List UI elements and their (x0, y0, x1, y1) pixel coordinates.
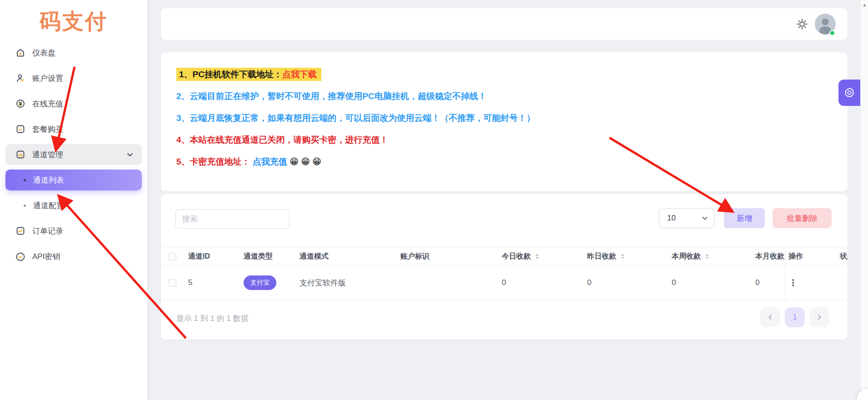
notice-line-5: 5、卡密充值地址： 点我充值 😁 😁 😁 (176, 156, 321, 168)
top-bar (161, 8, 848, 40)
online-status-dot (829, 30, 835, 36)
table-row: 5 支付宝 支付宝软件版 0 0 0 0 ⋮ (161, 266, 848, 300)
theme-toggle-button[interactable] (793, 15, 811, 33)
table-header-row: 通道ID 通道类型 通道模式 账户标识 今日收款▲▼ 昨日收款▲▼ 本周收款▲▼… (161, 247, 848, 266)
table-footer-info: 显示 1 到 1 的 1 数据 (176, 313, 249, 324)
sidebar-item-label: 账户设置 (32, 73, 63, 84)
cell-channel-type: 支付宝 (244, 266, 276, 300)
page-size-value: 10 (667, 214, 676, 223)
cell-today-income: 0 (502, 266, 506, 300)
notice-line-2: 2、云端目前正在维护，暂时不可使用，推荐使用PC电脑挂机，超级稳定不掉线！ (176, 90, 487, 102)
cell-channel-id: 5 (188, 266, 192, 300)
col-channel-mode: 通道模式 (299, 247, 329, 265)
select-all-checkbox[interactable] (169, 253, 176, 260)
package-icon (15, 124, 25, 134)
bar-chart-icon (15, 150, 25, 160)
pagination: 1 (760, 307, 829, 327)
chevron-down-icon (126, 151, 134, 158)
page-scrollbar[interactable]: ▲ ▼ (860, 0, 868, 400)
chevron-left-icon (768, 314, 773, 320)
row-select-cell (169, 266, 176, 300)
grin-emojis: 😁 😁 😁 (289, 157, 321, 166)
sidebar-item-label: 套餐购买 (32, 124, 63, 135)
sidebar-item-channel-management[interactable]: 通道管理 (5, 144, 142, 165)
api-key-icon (15, 251, 25, 261)
channel-table-panel: 10 新增 批量删除 通道ID 通道类型 通道模式 账户标识 今日收款▲▼ 昨日… (161, 194, 848, 340)
corner-float-button (857, 389, 868, 400)
recharge-link[interactable]: 点我充值 (253, 157, 287, 166)
highlighted-notice: 1、PC挂机软件下载地址：点我下载 (176, 68, 321, 81)
sidebar-item-label: 通道管理 (32, 150, 63, 160)
sidebar-menu: 仪表盘 账户设置 在线充值 套餐购买 通道管理 (0, 42, 147, 267)
sidebar-item-label: 仪表盘 (32, 48, 55, 58)
notice-1-text: 1、PC挂机软件下载地址： (179, 70, 282, 79)
settings-fab-button[interactable] (838, 80, 860, 106)
sidebar-item-label: API密钥 (32, 251, 60, 262)
cell-channel-mode: 支付宝软件版 (299, 266, 346, 300)
sidebar-item-label: 通道列表 (33, 175, 64, 185)
sidebar-item-online-recharge[interactable]: 在线充值 (5, 93, 142, 114)
alipay-badge: 支付宝 (244, 275, 276, 290)
recharge-icon (15, 99, 25, 109)
sort-icon[interactable]: ▲▼ (535, 253, 539, 260)
select-all-cell (169, 247, 176, 265)
sidebar-item-channel-config[interactable]: 通道配置 (5, 195, 142, 216)
bullet-dot-icon (24, 179, 26, 181)
col-actions: 操作 (788, 247, 803, 265)
notice-line-1: 1、PC挂机软件下载地址：点我下载 (176, 69, 321, 80)
prev-page-button[interactable] (760, 307, 780, 327)
sidebar-item-label: 在线充值 (32, 99, 63, 109)
sidebar-item-channel-list[interactable]: 通道列表 (5, 170, 142, 190)
app-logo: 码支付 (0, 0, 147, 36)
col-yesterday-income[interactable]: 昨日收款▲▼ (587, 247, 624, 265)
col-clipped: 状态 (840, 247, 848, 265)
page-size-select[interactable]: 10 (659, 208, 715, 228)
gear-icon (843, 86, 856, 99)
sun-icon (796, 18, 808, 30)
col-week-income[interactable]: 本周收款▲▼ (672, 247, 709, 265)
col-channel-id: 通道ID (188, 247, 210, 265)
user-settings-icon (15, 73, 25, 83)
notice-line-3: 3、云端月底恢复正常，如果有想用云端的，可以后面改为使用云端！（不推荐，可能封号… (176, 112, 535, 124)
download-link[interactable]: 点我下载 (282, 70, 317, 79)
sidebar-item-api-key[interactable]: API密钥 (5, 246, 142, 267)
col-channel-type: 通道类型 (244, 247, 273, 265)
kebab-menu-icon[interactable]: ⋮ (788, 277, 798, 288)
sidebar-item-account-settings[interactable]: 账户设置 (5, 68, 142, 89)
chevron-down-icon (702, 215, 708, 221)
dashboard-icon (15, 48, 25, 58)
page-1-button[interactable]: 1 (785, 307, 805, 327)
notice-line-4: 4、本站在线充值通道已关闭，请购买卡密，进行充值！ (176, 134, 389, 146)
sticky-column-divider (785, 247, 785, 300)
sidebar: 码支付 仪表盘 账户设置 在线充值 套餐购买 (0, 0, 147, 400)
scroll-up-icon[interactable]: ▲ (861, 2, 868, 7)
col-today-income[interactable]: 今日收款▲▼ (502, 247, 539, 265)
sidebar-item-package-purchase[interactable]: 套餐购买 (5, 119, 142, 140)
col-account-id: 账户标识 (400, 247, 429, 265)
next-page-button[interactable] (809, 307, 829, 327)
search-input[interactable] (175, 209, 289, 229)
trend-chart-icon (15, 226, 25, 236)
sidebar-item-dashboard[interactable]: 仪表盘 (5, 42, 142, 63)
bullet-dot-icon (24, 205, 26, 207)
row-checkbox[interactable] (169, 279, 176, 287)
cell-week-income: 0 (672, 266, 676, 300)
chevron-right-icon (817, 314, 822, 320)
add-button[interactable]: 新增 (724, 208, 765, 228)
cell-month-income: 0 (755, 266, 759, 300)
notice-5-text: 5、卡密充值地址： (176, 157, 250, 166)
sidebar-item-label: 订单记录 (32, 226, 63, 236)
cell-yesterday-income: 0 (587, 266, 591, 300)
sidebar-item-label: 通道配置 (33, 200, 64, 211)
sort-icon[interactable]: ▲▼ (621, 253, 624, 260)
batch-delete-button[interactable]: 批量删除 (773, 208, 832, 228)
announcement-panel: 1、PC挂机软件下载地址：点我下载 2、云端目前正在维护，暂时不可使用，推荐使用… (161, 52, 848, 191)
cell-actions: ⋮ (788, 266, 798, 300)
sort-icon[interactable]: ▲▼ (705, 253, 709, 260)
col-month-income: 本月收款 (755, 247, 784, 265)
sidebar-item-order-records[interactable]: 订单记录 (5, 220, 142, 241)
